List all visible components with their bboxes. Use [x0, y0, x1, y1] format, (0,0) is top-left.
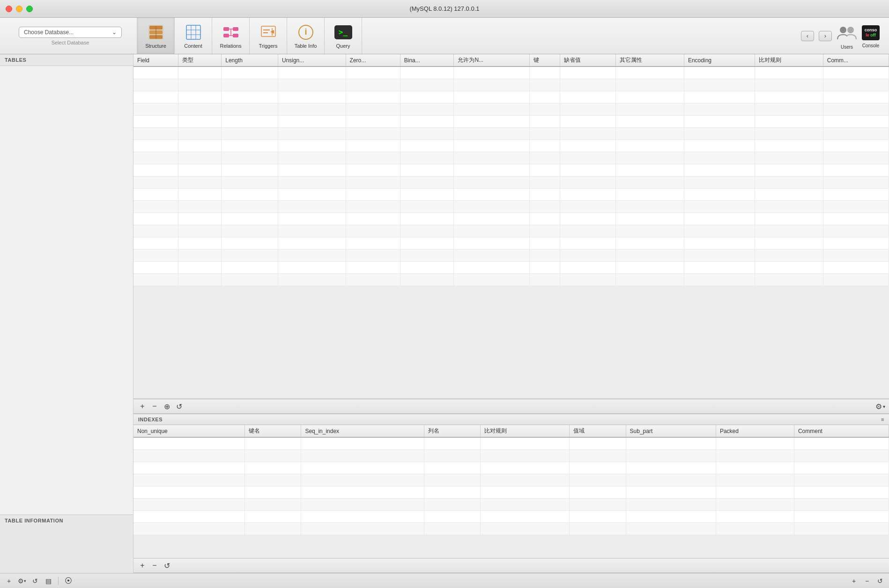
toolbar: Choose Database... ⌄ Select Database Str…	[0, 18, 889, 54]
indexes-cell-column_name	[424, 437, 481, 449]
structure-cell-comment	[823, 66, 889, 79]
structure-cell-length	[222, 127, 278, 140]
structure-row[interactable]	[133, 103, 889, 115]
add-index-button[interactable]: +	[137, 560, 148, 571]
structure-row[interactable]	[133, 127, 889, 140]
duplicate-field-button[interactable]: ⊕	[162, 401, 172, 412]
structure-row[interactable]	[133, 249, 889, 261]
indexes-row[interactable]	[133, 486, 889, 498]
structure-cell-default	[560, 152, 615, 164]
remove-field-button[interactable]: −	[149, 401, 160, 412]
structure-cell-allow_null	[454, 115, 529, 127]
structure-row[interactable]	[133, 237, 889, 249]
plus-icon: +	[140, 402, 144, 411]
structure-row[interactable]	[133, 213, 889, 225]
structure-cell-zerofill	[346, 237, 400, 249]
settings-button[interactable]: ⚙ ▾	[875, 402, 885, 411]
structure-cell-extra	[615, 237, 684, 249]
structure-row[interactable]	[133, 200, 889, 213]
tab-relations[interactable]: Relations	[212, 18, 250, 54]
indexes-cell-column_name	[424, 474, 481, 486]
nav-forward-button[interactable]: ›	[819, 31, 832, 41]
users-button[interactable]: Users	[837, 22, 857, 50]
structure-row[interactable]	[133, 164, 889, 176]
structure-row[interactable]	[133, 273, 889, 286]
close-button[interactable]	[6, 6, 12, 12]
indexes-row[interactable]	[133, 474, 889, 486]
structure-cell-collation	[755, 200, 823, 213]
structure-icon	[147, 23, 165, 41]
structure-cell-extra	[615, 152, 684, 164]
status-right-refresh-button[interactable]: ↺	[875, 576, 885, 586]
structure-cell-encoding	[684, 164, 755, 176]
status-filter-button[interactable]: ▤	[43, 576, 53, 586]
database-dropdown[interactable]: Choose Database... ⌄	[19, 27, 122, 38]
tab-tableinfo[interactable]: i Table Info	[287, 18, 325, 54]
structure-col-allow_null: 允许为N...	[454, 54, 529, 66]
structure-row[interactable]	[133, 66, 889, 79]
structure-cell-default	[560, 249, 615, 261]
users-icon	[837, 22, 857, 43]
indexes-menu-icon[interactable]: ≡	[881, 417, 884, 422]
console-button[interactable]: conso le off Console	[862, 24, 880, 48]
structure-row[interactable]	[133, 176, 889, 188]
structure-cell-field	[133, 127, 178, 140]
structure-cell-unsigned	[278, 213, 346, 225]
structure-cell-encoding	[684, 127, 755, 140]
refresh-structure-button[interactable]: ↺	[174, 401, 184, 412]
structure-col-key: 键	[529, 54, 560, 66]
refresh-indexes-button[interactable]: ↺	[162, 560, 172, 571]
status-refresh-button[interactable]: ↺	[30, 576, 40, 586]
indexes-row[interactable]	[133, 449, 889, 462]
structure-row[interactable]	[133, 152, 889, 164]
add-field-button[interactable]: +	[137, 401, 148, 412]
tab-content-label: Content	[184, 43, 202, 49]
indexes-cell-non_unique	[133, 474, 245, 486]
main-layout: TABLES TABLE INFORMATION Field类型LengthUn…	[0, 54, 889, 573]
structure-row[interactable]	[133, 79, 889, 91]
triggers-icon	[259, 23, 277, 41]
tables-header: TABLES	[0, 54, 133, 66]
structure-cell-comment	[823, 200, 889, 213]
status-settings-button[interactable]: ⚙ ▾	[17, 576, 27, 586]
tableinfo-icon: i	[297, 23, 315, 41]
minimize-button[interactable]	[16, 6, 22, 12]
indexes-row[interactable]	[133, 510, 889, 522]
indexes-row[interactable]	[133, 462, 889, 474]
nav-back-button[interactable]: ‹	[801, 31, 814, 41]
table-info-section: TABLE INFORMATION	[0, 514, 133, 573]
indexes-row[interactable]	[133, 498, 889, 510]
structure-cell-length	[222, 200, 278, 213]
tab-query[interactable]: >_ Query	[325, 18, 362, 54]
structure-cell-unsigned	[278, 115, 346, 127]
structure-cell-allow_null	[454, 176, 529, 188]
columns-adjust-button[interactable]: ⦿	[63, 576, 74, 586]
structure-cell-field	[133, 200, 178, 213]
structure-cell-extra	[615, 176, 684, 188]
indexes-cell-non_unique	[133, 510, 245, 522]
structure-row[interactable]	[133, 140, 889, 152]
tab-content[interactable]: Content	[175, 18, 212, 54]
structure-row[interactable]	[133, 115, 889, 127]
remove-index-button[interactable]: −	[149, 560, 160, 571]
tab-structure[interactable]: Structure	[137, 18, 175, 54]
structure-row[interactable]	[133, 188, 889, 200]
svg-rect-12	[223, 34, 229, 37]
status-add-button[interactable]: +	[4, 576, 14, 586]
maximize-button[interactable]	[26, 6, 33, 12]
indexes-row[interactable]	[133, 522, 889, 535]
structure-row[interactable]	[133, 91, 889, 103]
status-right-remove-button[interactable]: −	[862, 576, 872, 586]
structure-cell-binary	[400, 273, 454, 286]
structure-row[interactable]	[133, 225, 889, 237]
indexes-cell-sub_part	[626, 486, 716, 498]
structure-col-length: Length	[222, 54, 278, 66]
indexes-row[interactable]	[133, 437, 889, 449]
structure-row[interactable]	[133, 261, 889, 273]
structure-cell-zerofill	[346, 79, 400, 91]
indexes-cell-non_unique	[133, 498, 245, 510]
structure-cell-type	[178, 188, 222, 200]
indexes-cell-column_name	[424, 498, 481, 510]
status-right-add-button[interactable]: +	[849, 576, 859, 586]
tab-triggers[interactable]: Triggers	[250, 18, 287, 54]
